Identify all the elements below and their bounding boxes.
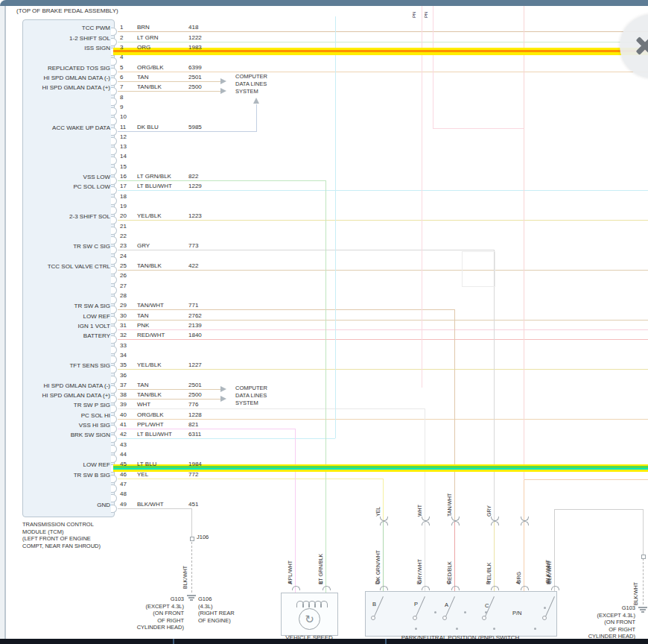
pnp-bus-junction-dot	[493, 628, 495, 630]
pin-notch	[111, 177, 117, 185]
bg-wire-salmon-vertical[interactable]	[524, 6, 524, 480]
splice-marker-right	[641, 555, 646, 559]
wire-gnd-horizontal[interactable]	[118, 508, 192, 509]
pin-number: 17	[120, 183, 127, 190]
pin-wire[interactable]	[118, 429, 295, 429]
pin-number: 7	[120, 83, 123, 91]
wire-blkwht-f-vertical[interactable]	[554, 509, 555, 591]
pin-notch	[111, 117, 117, 125]
wire-blkwht-top-horizontal[interactable]	[554, 509, 644, 510]
wire-tanwht-vertical[interactable]	[454, 309, 455, 523]
vss-terminal-letter: A	[287, 575, 294, 584]
pin-signal-label: TR SW C SIG	[19, 243, 110, 250]
pin-signal-label: HI SPD GMLAN DATA (-)	[19, 75, 110, 82]
pin-wire[interactable]	[118, 339, 648, 340]
terminal-arc-icon	[380, 586, 388, 590]
wire-vss-hi-vertical[interactable]	[295, 429, 296, 593]
wire-grywht-vertical[interactable]	[425, 522, 425, 591]
pin-wire[interactable]	[118, 399, 223, 400]
wire-vss-low-vertical[interactable]	[325, 180, 326, 593]
pin-number: 9	[120, 104, 123, 111]
splice-label-j106: J106	[197, 534, 209, 541]
wire-color-label: RED/WHT	[137, 332, 165, 339]
pin-wire[interactable]	[118, 180, 325, 181]
pin-wire[interactable]	[118, 408, 425, 409]
pin-wire[interactable]	[118, 72, 648, 72]
pin-wire[interactable]	[118, 369, 648, 370]
pin-wire[interactable]	[118, 42, 648, 42]
pin-wire[interactable]	[118, 309, 454, 310]
pin-wire[interactable]	[118, 419, 648, 420]
wire-dkgrnwht-vertical[interactable]	[383, 522, 384, 591]
pin-wire[interactable]	[118, 270, 648, 271]
circuit-number-label: 5985	[188, 124, 202, 131]
pin-wire[interactable]	[118, 190, 648, 191]
wire-gry-vertical[interactable]	[494, 250, 495, 523]
pin-wire[interactable]	[118, 320, 648, 321]
ground-g103-left-label: CYLINDER HEAD)	[95, 624, 184, 631]
circuit-number-label: 821	[188, 421, 198, 429]
pnp-switch-box[interactable]	[365, 591, 557, 637]
wire-color-label: ORG/BLK	[137, 411, 164, 419]
pin-number: 49	[120, 501, 127, 508]
pin-signal-label: TFT SENS SIG	[19, 362, 110, 370]
circuit-number-label: 418	[188, 24, 198, 31]
pin-wire[interactable]	[118, 31, 648, 32]
ground-g103-left-label: (ON FRONT	[95, 610, 184, 617]
pin-number: 37	[120, 382, 127, 389]
circuit-number-label: 772	[188, 471, 198, 479]
pnp-bus-junction-dot	[534, 628, 536, 630]
pin-wire[interactable]	[118, 479, 383, 479]
pin-wire[interactable]	[118, 131, 257, 132]
terminal-arc-icon	[323, 586, 331, 590]
pin-number: 33	[120, 342, 127, 350]
pin-notch	[111, 494, 117, 502]
pnp-terminal-wire-lower-label: BLK/WHT	[546, 524, 553, 584]
wire-color-label: ORG	[137, 44, 150, 51]
circuit-number-label: 822	[188, 173, 198, 180]
close-button[interactable]	[620, 14, 648, 78]
pin-notch	[111, 405, 117, 413]
wire-org-horizontal[interactable]	[524, 479, 648, 480]
wire-gnd-vertical[interactable]	[191, 508, 192, 537]
wire-blkwht-right-vertical[interactable]	[643, 509, 644, 555]
wire-gnd-dashed[interactable]	[191, 542, 192, 593]
bg-wire-pink-vertical-1[interactable]	[422, 6, 422, 388]
pin-number: 43	[120, 441, 127, 449]
wire-color-label: BRN	[137, 24, 150, 31]
pin-wire[interactable]	[118, 91, 223, 92]
pin-notch	[111, 276, 117, 284]
pin-notch	[111, 206, 117, 215]
pin-notch	[111, 445, 117, 453]
wire-dkblu-vertical[interactable]	[256, 104, 257, 132]
pin-wire[interactable]	[118, 220, 648, 221]
pin-wire[interactable]	[118, 438, 335, 439]
pin-wire[interactable]	[118, 389, 223, 390]
pin-number: 26	[120, 272, 127, 280]
wire-yelblk-vertical[interactable]	[494, 522, 495, 591]
pin-number: 29	[120, 302, 127, 309]
pin-signal-label: TCC PWM	[19, 25, 110, 32]
pin-number: 2	[120, 34, 123, 42]
wire-color-label: LT BLU/WHT	[137, 431, 172, 438]
pin-notch	[111, 246, 117, 254]
pin-notch	[111, 316, 117, 324]
pin-notch	[111, 365, 117, 373]
bg-wire-pink-vertical-2[interactable]	[433, 6, 433, 129]
pin-number: 18	[120, 193, 127, 201]
ground-g106-label: OF ENGINE)	[198, 617, 273, 625]
bg-wire-pink-horizontal[interactable]	[433, 128, 524, 129]
wire-brk-sw-vertical[interactable]	[335, 16, 336, 438]
pin-signal-label: IGN 1 VOLT	[19, 323, 110, 330]
pin-wire[interactable]	[118, 250, 494, 250]
pin-notch	[111, 167, 117, 175]
wire-org-vertical[interactable]	[524, 479, 524, 591]
pin-wire[interactable]	[118, 329, 648, 330]
circuit-number-label: 1983	[188, 44, 202, 51]
pnp-terminal-wire-lower-label: DK GRN/WHT	[375, 524, 382, 584]
pin-wire[interactable]	[118, 81, 223, 82]
pin-signal-label: LOW REF	[19, 461, 110, 469]
pin-number: 13	[120, 143, 127, 151]
wire-blkwht-right-dashed[interactable]	[643, 558, 644, 604]
wire-redblk-vertical[interactable]	[454, 522, 455, 591]
